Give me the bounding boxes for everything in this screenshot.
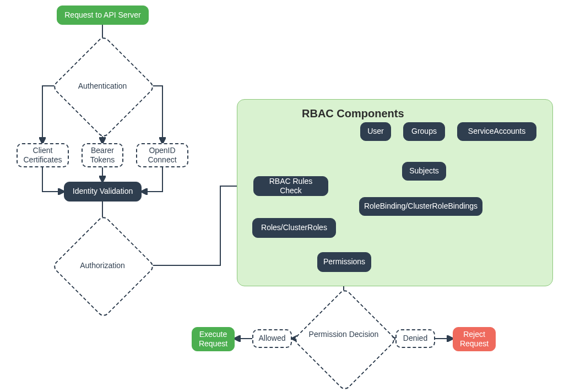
node-identity: Identity Validation: [64, 182, 142, 202]
node-openid: OpenID Connect: [136, 143, 188, 167]
label-authorization: Authorization: [53, 261, 152, 270]
node-rolebindings: RoleBinding/ClusterRoleBindings: [359, 197, 482, 216]
node-rbac-check: RBAC Rules Check: [253, 176, 328, 196]
node-roles: Roles/ClusterRoles: [252, 218, 336, 238]
node-denied: Denied: [395, 329, 435, 348]
node-user: User: [360, 122, 391, 141]
node-execute: Execute Request: [192, 327, 235, 351]
node-allowed: Allowed: [252, 329, 292, 348]
diagram-canvas: RBAC Components Request to API Server Au…: [0, 0, 564, 392]
label-authentication: Authentication: [53, 81, 152, 90]
node-client-certs: Client Certificates: [17, 143, 69, 167]
node-bearer-tokens: Bearer Tokens: [82, 143, 123, 167]
node-permissions: Permissions: [317, 252, 371, 272]
label-decision: Permission Decision: [294, 330, 393, 339]
node-reject: Reject Request: [453, 327, 496, 351]
node-groups: Groups: [403, 122, 445, 141]
diamond-decision: [292, 287, 397, 392]
node-request: Request to API Server: [57, 6, 149, 25]
node-subjects: Subjects: [402, 162, 446, 181]
node-service-accounts: ServiceAccounts: [457, 122, 536, 141]
rbac-panel-title: RBAC Components: [302, 107, 404, 120]
